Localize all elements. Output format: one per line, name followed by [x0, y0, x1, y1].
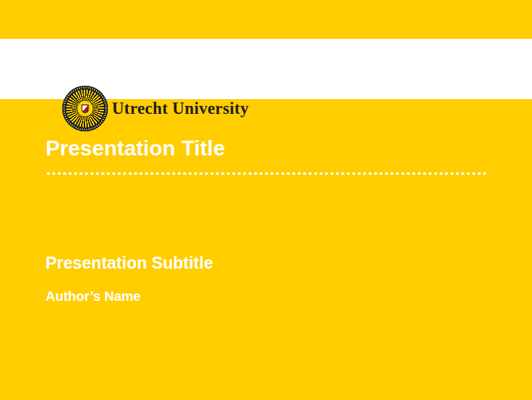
author-name: Author’s Name	[46, 287, 141, 305]
title-slide: Utrecht University Presentation Title Pr…	[0, 0, 532, 400]
presentation-subtitle: Presentation Subtitle	[46, 253, 213, 273]
header-band: Utrecht University	[0, 39, 532, 99]
presentation-title: Presentation Title	[46, 135, 225, 161]
utrecht-university-logo	[62, 86, 108, 131]
dotted-divider	[46, 172, 488, 176]
sun-seal-icon	[62, 86, 108, 131]
org-name: Utrecht University	[112, 99, 249, 118]
